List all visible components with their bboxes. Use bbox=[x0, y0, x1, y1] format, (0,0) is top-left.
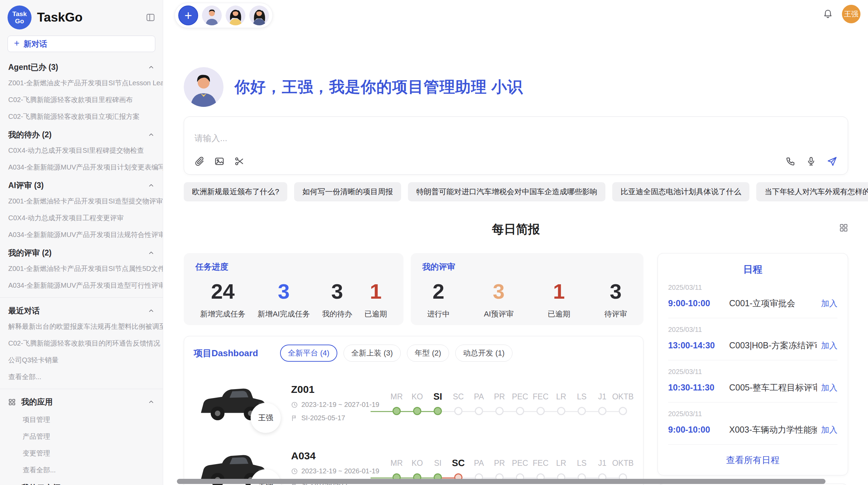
user-avatar[interactable]: 王强 bbox=[842, 5, 860, 23]
grid-icon bbox=[8, 398, 16, 406]
dashboard-filter-chip[interactable]: 年型 (2) bbox=[407, 345, 449, 362]
event-name: C005-整车工程目标评审 bbox=[729, 382, 817, 393]
sidebar-task-item[interactable]: 解释最新出台的欧盟报废车法规再生塑料比例被调至15%... bbox=[0, 318, 163, 335]
sidebar-task-item[interactable]: C02-飞腾新能源轻客改款项目里程碑画布 bbox=[0, 91, 163, 108]
sidebar-item-cloud-space[interactable]: 我的云空间 bbox=[0, 478, 163, 485]
chevron-up-icon[interactable] bbox=[148, 308, 155, 314]
mic-icon[interactable] bbox=[806, 156, 816, 166]
event-join-link[interactable]: 加入 bbox=[821, 298, 837, 309]
sidebar-task-item[interactable]: C02-飞腾新能源轻客改款项目的闭环通告反馈情况 bbox=[0, 335, 163, 352]
logo-text-2: Go bbox=[15, 17, 24, 25]
chevron-up-icon[interactable] bbox=[148, 399, 155, 406]
chevron-up-icon[interactable] bbox=[148, 132, 155, 138]
schedule-event: 2025/03/11 10:30-11:30 C005-整车工程目标评审 加入 bbox=[668, 360, 837, 402]
sidebar-task-item[interactable]: Z001-全新燃油轻卡产品开发项目SI造型提交物评审 bbox=[0, 193, 163, 210]
sidebar-task-item[interactable]: C02-飞腾新能源轻客改款项目立项汇报方案 bbox=[0, 108, 163, 125]
sidebar-section-header[interactable]: 我的评审 (2) bbox=[0, 243, 163, 260]
project-row[interactable]: 王强 Z001 2023-12-19 ~ 2027-01-19 SI-2025-… bbox=[194, 377, 634, 428]
event-join-link[interactable]: 加入 bbox=[821, 340, 837, 351]
milestone-dot bbox=[619, 407, 627, 415]
stat-row: 24 新增完成任务 3 新增AI完成任务 3 我的待办 1 已逾期 bbox=[195, 279, 392, 319]
event-join-link[interactable]: 加入 bbox=[821, 424, 837, 435]
chat-input[interactable]: 请输入... bbox=[194, 133, 837, 144]
content: 你好，王强，我是你的项目管理助理 小识 请输入... bbox=[163, 0, 868, 485]
apps-list: 项目管理产品管理变更管理查看全部... bbox=[0, 411, 163, 478]
milestone-dot bbox=[434, 407, 442, 415]
stat: 1 已逾期 bbox=[548, 279, 570, 319]
milestone-dot bbox=[598, 407, 606, 415]
stat: 3 新增AI完成任务 bbox=[257, 279, 310, 319]
sidebar-section-header[interactable]: 我的待办 (2) bbox=[0, 125, 163, 142]
dashboard-filter-chip[interactable]: 全新平台 (4) bbox=[280, 345, 337, 362]
sidebar-task-item[interactable]: C0X4-动力总成开发项目工程变更评审 bbox=[0, 210, 163, 226]
sidebar-task-item[interactable]: A034-全新新能源MUV产品开发项目造型可行性评审 bbox=[0, 277, 163, 294]
milestone-label: OKTB bbox=[612, 457, 634, 469]
avatar[interactable] bbox=[249, 5, 269, 25]
stat-value: 24 bbox=[200, 279, 245, 303]
phone-icon[interactable] bbox=[785, 156, 796, 166]
sidebar-section-header[interactable]: AI评审 (3) bbox=[0, 176, 163, 193]
sidebar-app-subitem[interactable]: 产品管理 bbox=[0, 428, 163, 445]
chevron-up-icon[interactable] bbox=[148, 250, 155, 257]
sidebar-section-header[interactable]: Agent已办 (3) bbox=[0, 58, 163, 75]
suggestion-chip[interactable]: 欧洲新规最近颁布了什么? bbox=[184, 182, 287, 201]
sidebar-section: 我的评审 (2) Z001-全新燃油轻卡产品开发项目SI节点属性5D文件评审A0… bbox=[0, 243, 163, 294]
avatar[interactable] bbox=[202, 5, 222, 25]
plus-icon: + bbox=[14, 38, 20, 49]
send-icon[interactable] bbox=[827, 156, 837, 167]
stat: 3 待评审 bbox=[604, 279, 627, 319]
app-logo: Task Go bbox=[8, 5, 32, 29]
dashboard-filter-chip[interactable]: 全新上装 (3) bbox=[343, 345, 401, 362]
chevron-up-icon[interactable] bbox=[148, 182, 155, 189]
sidebar-task-item[interactable]: Z001-全新燃油皮卡产品开发项目SI节点Lesson Learn报告 bbox=[0, 75, 163, 91]
sidebar-app-subitem[interactable]: 变更管理 bbox=[0, 445, 163, 462]
scissors-icon[interactable] bbox=[234, 156, 244, 166]
clock-icon bbox=[291, 401, 298, 408]
sidebar-task-item[interactable]: 公司Q3轻卡销量 bbox=[0, 352, 163, 369]
bell-icon[interactable] bbox=[823, 9, 833, 19]
suggestion-chip[interactable]: 比亚迪全固态电池计划具体说了什么 bbox=[612, 182, 749, 201]
assistant-avatar bbox=[184, 67, 224, 107]
suggestion-chip[interactable]: 如何写一份清晰的项目周报 bbox=[294, 182, 401, 201]
view-all-schedule-link[interactable]: 查看所有日程 bbox=[668, 445, 837, 466]
sidebar-task-item[interactable]: Z001-全新燃油轻卡产品开发项目SI节点属性5D文件评审 bbox=[0, 260, 163, 277]
schedule-event: 2025/03/11 9:00-10:00 X003-车辆动力学性能验... 加… bbox=[668, 402, 837, 445]
sidebar-section-title: 我的评审 (2) bbox=[8, 248, 148, 258]
event-join-link[interactable]: 加入 bbox=[821, 382, 837, 393]
collapse-panel-icon[interactable] bbox=[146, 13, 155, 22]
schedule-title: 日程 bbox=[668, 263, 837, 276]
milestone-label: SC bbox=[452, 457, 465, 469]
image-icon[interactable] bbox=[214, 156, 225, 166]
stat: 2 进行中 bbox=[427, 279, 450, 319]
chevron-up-icon[interactable] bbox=[148, 64, 155, 71]
add-member-button[interactable]: + bbox=[178, 5, 198, 25]
sidebar-app-subitem[interactable]: 查看全部... bbox=[0, 462, 163, 478]
milestone-label: KO bbox=[411, 390, 423, 403]
sidebar-task-item[interactable]: 查看全部... bbox=[0, 369, 163, 385]
new-chat-button[interactable]: + 新对话 bbox=[8, 36, 155, 52]
sidebar-task-item[interactable]: A034-全新新能源MUV产品开发项目法规符合性评审 bbox=[0, 226, 163, 243]
sidebar-task-item[interactable]: C0X4-动力总成开发项目SI里程碑提交物检查 bbox=[0, 142, 163, 159]
suggestion-chip[interactable]: 当下年轻人对汽车外观有怎样的喜好趋势 bbox=[756, 182, 868, 201]
avatar[interactable] bbox=[226, 5, 245, 25]
recent-header[interactable]: 最近对话 bbox=[0, 301, 163, 318]
suggestion-chip[interactable]: 特朗普可能对进口汽车增税会对中国车企造成哪些影响 bbox=[408, 182, 605, 201]
sidebar-item-my-apps[interactable]: 我的应用 bbox=[0, 393, 163, 411]
stat-label: 待评审 bbox=[604, 309, 627, 319]
milestone-label: J1 bbox=[598, 457, 606, 469]
milestone-label: SI bbox=[434, 457, 442, 469]
sidebar-task-item[interactable]: A034-全新新能源MUV产品开发项目计划变更表编写 bbox=[0, 159, 163, 176]
sidebar-app-subitem[interactable]: 项目管理 bbox=[0, 411, 163, 428]
milestone-label: LS bbox=[577, 390, 587, 403]
paperclip-icon[interactable] bbox=[194, 156, 205, 166]
dashboard-filter-chip[interactable]: 动总开发 (1) bbox=[455, 345, 513, 362]
milestone: OKTB bbox=[613, 390, 633, 415]
sidebar-section: 我的待办 (2) C0X4-动力总成开发项目SI里程碑提交物检查A034-全新新… bbox=[0, 125, 163, 176]
horizontal-scrollbar[interactable] bbox=[177, 479, 825, 484]
schedule-card: 日程 2025/03/11 9:00-10:00 C001-立项审批会 加入 2… bbox=[658, 253, 848, 475]
grid-layout-icon[interactable] bbox=[839, 223, 848, 232]
milestone-dot bbox=[557, 407, 565, 415]
project-vehicle-image: 王强 bbox=[194, 377, 272, 428]
stats-row: 任务进度 24 新增完成任务 3 新增AI完成任务 3 我的待办 1 已逾期 我… bbox=[184, 253, 643, 325]
topbar-avatars: + bbox=[174, 3, 273, 28]
